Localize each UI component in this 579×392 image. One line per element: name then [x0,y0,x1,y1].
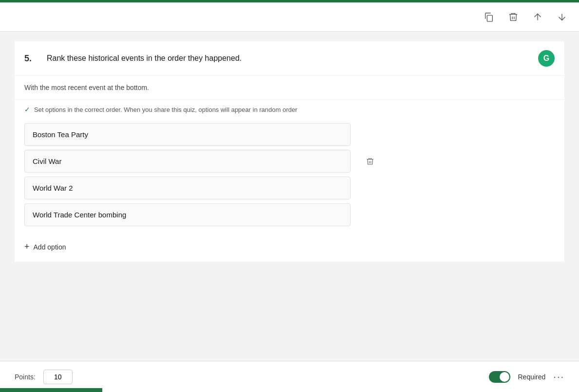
question-card: 5. Rank these historical events in the o… [15,41,564,262]
delete-icon[interactable] [508,12,519,22]
option-item-4[interactable]: World Trade Center bombing [24,203,351,226]
option-item-3[interactable]: World War 2 [24,177,351,199]
green-top-stripe [0,0,579,2]
option-text-4: World Trade Center bombing [33,211,342,219]
options-list: Boston Tea Party Civil War World Wa [15,119,564,234]
points-input[interactable] [43,370,73,384]
copy-icon[interactable] [484,12,494,22]
bottom-bar: Points: Required ··· [0,361,579,392]
question-text: Rank these historical events in the orde… [47,54,538,63]
user-avatar[interactable]: G [538,50,555,67]
toolbar [0,2,579,32]
svg-rect-0 [487,15,492,21]
question-description: With the most recent event at the bottom… [15,76,564,100]
required-toggle[interactable] [489,371,510,383]
required-label: Required [518,373,546,381]
points-label: Points: [15,373,36,381]
green-bottom-stripe [0,388,102,392]
option-text-1: Boston Tea Party [33,130,342,139]
checkmark-icon: ✓ [24,106,30,113]
option-item-2[interactable]: Civil War [24,150,351,173]
option-item-1[interactable]: Boston Tea Party [24,123,351,146]
main-content: 5. Rank these historical events in the o… [0,32,579,392]
more-options-button[interactable]: ··· [553,371,564,382]
question-number: 5. [24,53,39,64]
add-option-label: Add option [34,243,66,251]
option-text-3: World War 2 [33,184,342,192]
option-text-2: Civil War [33,157,342,165]
question-header: 5. Rank these historical events in the o… [15,41,564,76]
move-down-icon[interactable] [557,12,567,22]
move-up-icon[interactable] [532,12,543,22]
add-plus-icon: + [24,242,30,252]
toggle-thumb [500,372,509,382]
delete-option-2-button[interactable] [366,157,374,166]
hint-row: ✓ Set options in the correct order. When… [15,100,564,119]
add-option-row[interactable]: + Add option [15,234,564,262]
